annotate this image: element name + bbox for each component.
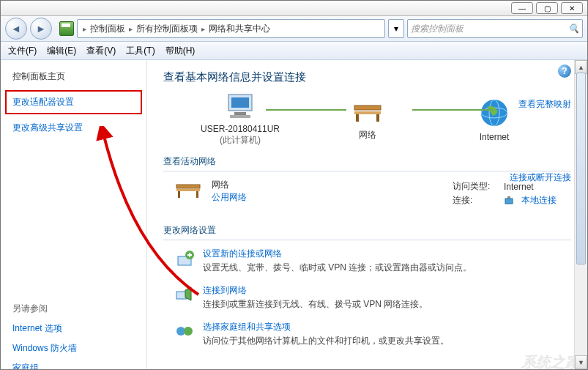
maximize-button[interactable]: ▢ <box>536 2 558 14</box>
sidebar-heading: 控制面板主页 <box>12 70 135 83</box>
network-node-this-computer: USER-20180411UR (此计算机) <box>185 92 295 147</box>
node-label: Internet <box>480 132 510 142</box>
breadcrumb-dropdown[interactable]: ▾ <box>388 19 404 38</box>
breadcrumb-item[interactable]: 所有控制面板项 <box>136 23 198 35</box>
forward-button[interactable]: ► <box>30 18 52 40</box>
connect-disconnect-link[interactable]: 连接或断开连接 <box>510 171 571 184</box>
search-placeholder: 搜索控制面板 <box>411 23 464 35</box>
network-map: USER-20180411UR (此计算机) 网络 Internet <box>185 92 549 147</box>
search-input[interactable]: 搜索控制面板 🔍 <box>407 19 583 38</box>
network-adapter-icon <box>504 196 514 206</box>
sidebar-link-homegroup[interactable]: 家庭组 <box>12 362 135 369</box>
watermark: 系统之家 <box>521 352 580 369</box>
setting-description: 连接到或重新连接到无线、有线、拨号或 VPN 网络连接。 <box>203 298 428 311</box>
setting-description: 设置无线、宽带、拨号、临时或 VPN 连接；或设置路由器或访问点。 <box>203 262 472 274</box>
sidebar: 控制面板主页 更改适配器设置 更改高级共享设置 另请参阅 Internet 选项… <box>1 60 147 369</box>
chevron-right-icon: ▸ <box>201 25 205 33</box>
menu-tools[interactable]: 工具(T) <box>126 45 155 57</box>
svg-rect-12 <box>176 189 200 191</box>
network-name: 网络 <box>212 179 247 191</box>
svg-rect-7 <box>376 114 379 122</box>
back-button[interactable]: ◄ <box>5 18 27 40</box>
control-panel-icon <box>59 21 74 36</box>
svg-rect-2 <box>234 112 246 115</box>
chevron-right-icon: ▸ <box>83 25 86 33</box>
new-connection-icon <box>174 248 194 268</box>
connect-network-icon <box>174 284 194 305</box>
setting-description: 访问位于其他网络计算机上的文件和打印机，或更改共享设置。 <box>203 335 449 347</box>
homegroup-icon <box>174 321 194 341</box>
setting-title-link[interactable]: 选择家庭组和共享选项 <box>203 321 449 333</box>
setting-title-link[interactable]: 设置新的连接或网络 <box>203 248 472 260</box>
svg-rect-3 <box>230 115 250 118</box>
globe-icon <box>478 97 510 129</box>
svg-rect-11 <box>176 185 200 188</box>
node-label: 网络 <box>359 129 376 141</box>
sidebar-link-firewall[interactable]: Windows 防火墙 <box>12 342 135 355</box>
connection-line <box>266 109 346 111</box>
menu-help[interactable]: 帮助(H) <box>165 45 196 57</box>
help-icon[interactable]: ? <box>558 64 571 78</box>
node-label: USER-20180411UR <box>201 124 280 134</box>
connection-link[interactable]: 本地连接 <box>521 194 557 207</box>
nav-bar: ◄ ► ▸ 控制面板 ▸ 所有控制面板项 ▸ 网络和共享中心 ▾ 搜索控制面板 … <box>1 16 587 42</box>
menu-file[interactable]: 文件(F) <box>8 45 37 57</box>
node-sublabel: (此计算机) <box>220 134 261 147</box>
chevron-right-icon: ▸ <box>129 25 133 33</box>
breadcrumb[interactable]: ▸ 控制面板 ▸ 所有控制面板项 ▸ 网络和共享中心 <box>77 19 385 38</box>
see-also-heading: 另请参阅 <box>12 303 135 315</box>
setting-homegroup[interactable]: 选择家庭组和共享选项 访问位于其他网络计算机上的文件和打印机，或更改共享设置。 <box>163 314 571 350</box>
bench-icon <box>174 179 203 201</box>
menu-edit[interactable]: 编辑(E) <box>47 45 76 57</box>
setting-new-connection[interactable]: 设置新的连接或网络 设置无线、宽带、拨号、临时或 VPN 连接；或设置路由器或访… <box>163 240 571 277</box>
breadcrumb-item[interactable]: 控制面板 <box>90 23 125 35</box>
content-area: 控制面板主页 更改适配器设置 更改高级共享设置 另请参阅 Internet 选项… <box>1 60 587 369</box>
main-panel: ? 查看基本网络信息并设置连接 查看完整映射 USER-20180411UR (… <box>147 60 587 369</box>
title-bar: — ▢ ✕ <box>1 1 587 16</box>
sidebar-link-internet-options[interactable]: Internet 选项 <box>12 322 135 335</box>
network-node-internet: Internet <box>439 97 549 142</box>
minimize-button[interactable]: — <box>511 2 533 14</box>
svg-rect-6 <box>356 114 359 122</box>
sidebar-link-adapter-settings[interactable]: 更改适配器设置 <box>5 90 142 114</box>
scroll-thumb[interactable] <box>576 73 586 264</box>
svg-point-21 <box>184 327 193 336</box>
section-active-networks: 查看活动网络 <box>163 155 571 171</box>
network-type-link[interactable]: 公用网络 <box>212 191 247 204</box>
svg-rect-13 <box>178 191 180 198</box>
close-button[interactable]: ✕ <box>561 2 583 14</box>
network-node-network: 网络 <box>313 97 423 141</box>
vertical-scrollbar[interactable]: ▲ ▼ <box>574 60 587 369</box>
svg-rect-15 <box>505 199 513 204</box>
page-title: 查看基本网络信息并设置连接 <box>163 70 571 84</box>
svg-rect-5 <box>354 111 381 114</box>
sidebar-link-advanced-sharing[interactable]: 更改高级共享设置 <box>12 122 135 134</box>
section-change-settings: 更改网络设置 <box>163 224 571 240</box>
setting-title-link[interactable]: 连接到网络 <box>203 284 428 297</box>
setting-connect-network[interactable]: 连接到网络 连接到或重新连接到无线、有线、拨号或 VPN 网络连接。 <box>163 277 571 314</box>
connection-label: 连接: <box>453 194 496 207</box>
bench-icon <box>350 97 385 126</box>
svg-rect-4 <box>354 106 381 110</box>
access-type-label: 访问类型: <box>453 180 496 193</box>
computer-icon <box>223 92 258 121</box>
svg-rect-14 <box>196 191 198 198</box>
menu-bar: 文件(F) 编辑(E) 查看(V) 工具(T) 帮助(H) <box>1 42 587 60</box>
connection-line <box>412 109 493 111</box>
scroll-down-arrow[interactable]: ▼ <box>575 355 587 369</box>
breadcrumb-item[interactable]: 网络和共享中心 <box>209 23 270 35</box>
svg-rect-16 <box>507 196 510 199</box>
svg-rect-1 <box>231 97 249 108</box>
menu-view[interactable]: 查看(V) <box>86 45 116 57</box>
search-icon: 🔍 <box>568 23 579 34</box>
